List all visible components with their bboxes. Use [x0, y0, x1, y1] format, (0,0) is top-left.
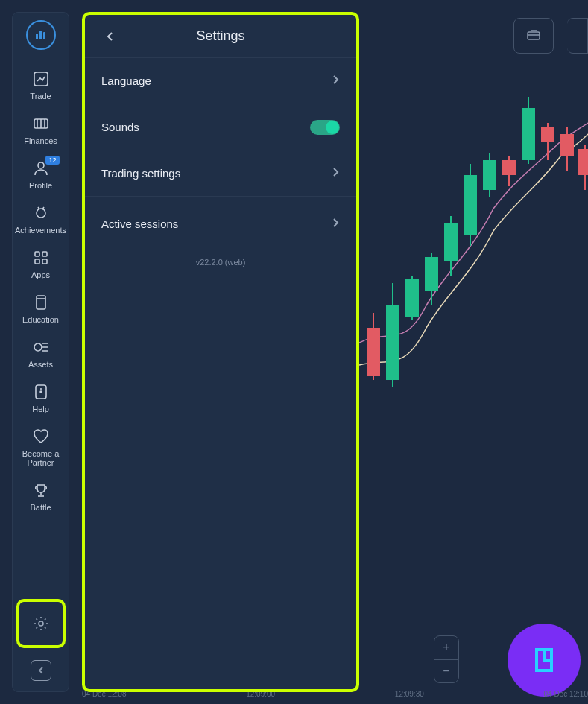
svg-point-24 — [39, 621, 43, 626]
notification-badge: 12 — [45, 156, 59, 165]
settings-row-label: Sounds — [101, 121, 139, 133]
nav-label: Battle — [30, 503, 51, 512]
nav-achievements[interactable]: Achievements — [13, 197, 69, 242]
settings-sounds[interactable]: Sounds — [85, 104, 356, 150]
chart-area: + − $5 invest — [359, 0, 588, 704]
settings-trading[interactable]: Trading settings — [85, 150, 356, 197]
book-icon — [33, 294, 49, 311]
assets-icon — [33, 339, 49, 355]
nav-profile[interactable]: 12 Profile — [13, 153, 69, 197]
grid-icon — [33, 250, 49, 266]
nav-label: Help — [32, 405, 49, 413]
candle — [405, 279, 419, 317]
nav-label: Apps — [31, 270, 50, 279]
chevron-right-icon — [332, 218, 340, 230]
candle — [464, 175, 477, 235]
settings-row-label: Active sessions — [101, 218, 178, 230]
nav-label: Trade — [30, 92, 51, 101]
sidebar: Trade Finances 12 Profile Achievements A… — [12, 12, 69, 692]
time-label: 12:09:30 — [395, 690, 424, 698]
settings-row-label: Trading settings — [101, 167, 180, 180]
app-version: v22.2.0 (web) — [85, 258, 356, 267]
candle — [522, 108, 535, 160]
nav-label: Education — [22, 315, 59, 324]
heart-icon — [33, 428, 49, 445]
svg-point-9 — [37, 209, 45, 218]
settings-header: Settings — [85, 15, 356, 58]
candle — [502, 160, 516, 175]
chevron-right-icon — [332, 74, 340, 87]
candle — [425, 257, 438, 291]
settings-row-label: Language — [101, 74, 151, 87]
nav-partner[interactable]: Become a Partner — [13, 421, 69, 475]
svg-rect-0 — [528, 32, 540, 39]
app-logo[interactable] — [26, 20, 56, 50]
svg-rect-13 — [42, 252, 47, 256]
candle — [444, 223, 458, 261]
profile-icon: 12 — [33, 160, 49, 177]
settings-sessions[interactable]: Active sessions — [85, 201, 356, 247]
trend-icon — [33, 71, 49, 87]
cup-icon — [33, 482, 49, 498]
chevron-right-icon — [332, 167, 340, 180]
zoom-in-button[interactable]: + — [434, 636, 458, 660]
collapse-sidebar-button[interactable] — [31, 660, 51, 681]
sounds-toggle[interactable] — [310, 120, 340, 135]
nav-apps[interactable]: Apps — [13, 242, 69, 287]
nav-label: Assets — [28, 360, 53, 369]
candle — [578, 149, 588, 175]
chat-fab[interactable] — [508, 624, 581, 697]
nav-trade[interactable]: Trade — [13, 63, 69, 108]
settings-button[interactable] — [16, 599, 66, 648]
chevron-left-icon — [106, 31, 115, 42]
candle — [541, 127, 554, 142]
settings-language[interactable]: Language — [85, 58, 356, 104]
nav-finances[interactable]: Finances — [13, 108, 69, 153]
nav-battle[interactable]: Battle — [13, 475, 69, 519]
svg-rect-16 — [37, 296, 45, 309]
svg-rect-12 — [35, 252, 39, 256]
nav-label: Achievements — [15, 226, 66, 235]
nav-label: Finances — [24, 136, 57, 145]
candle — [483, 160, 496, 190]
nav-help[interactable]: Help — [13, 376, 69, 421]
candle — [367, 328, 380, 376]
svg-point-20 — [40, 391, 42, 393]
settings-panel: Settings Language Sounds Trading setting… — [82, 12, 359, 692]
logo-bars-icon — [36, 31, 45, 39]
nav-label: Become a Partner — [13, 449, 69, 467]
svg-rect-14 — [35, 259, 39, 264]
finances-icon — [33, 115, 49, 132]
settings-title: Settings — [85, 28, 356, 44]
svg-point-8 — [38, 162, 44, 168]
help-icon — [33, 384, 49, 400]
zoom-controls: + − — [434, 635, 459, 683]
trophy-icon — [33, 205, 49, 221]
nav-education[interactable]: Education — [13, 287, 69, 332]
chevron-left-icon — [37, 666, 45, 675]
zoom-out-button[interactable]: − — [434, 660, 458, 683]
nav-assets[interactable]: Assets — [13, 332, 69, 376]
candle — [386, 305, 399, 380]
back-button[interactable] — [101, 28, 119, 45]
nav-label: Profile — [29, 181, 52, 190]
time-label: 04 Dec 12:10 — [543, 690, 588, 698]
svg-rect-15 — [42, 259, 47, 264]
svg-point-18 — [34, 343, 42, 351]
candle — [560, 134, 574, 156]
